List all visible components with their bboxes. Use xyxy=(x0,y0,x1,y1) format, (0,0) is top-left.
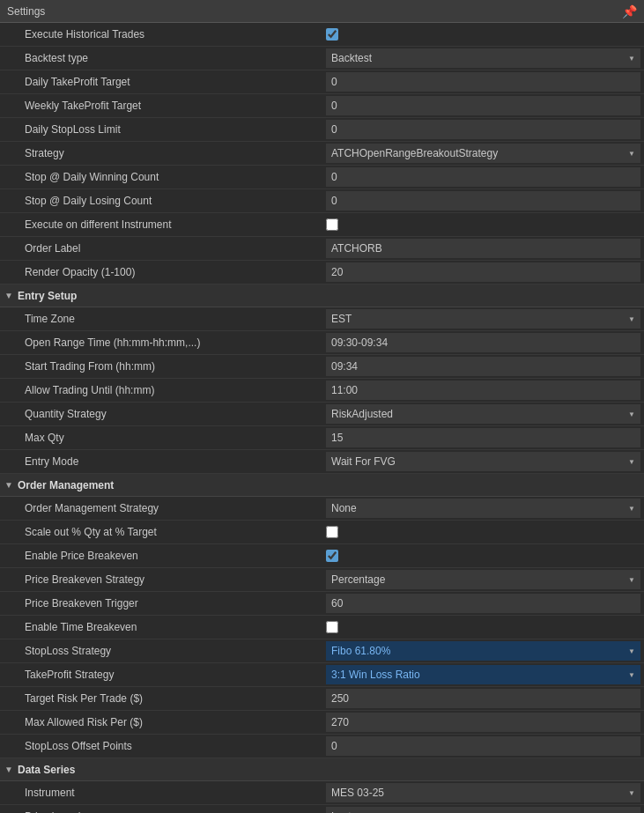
text-input[interactable] xyxy=(326,72,640,92)
row-value-cell xyxy=(326,215,644,234)
section-title: Order Management xyxy=(18,479,114,491)
table-row: Quantity StrategyRiskAdjustedFixed xyxy=(0,403,644,426)
row-value-cell xyxy=(326,239,644,258)
dropdown-wrapper: RiskAdjustedFixed xyxy=(326,404,640,424)
section-arrow: ▼ xyxy=(0,480,18,490)
checkbox-input[interactable] xyxy=(326,526,338,538)
text-input[interactable] xyxy=(326,381,640,400)
row-label: Price Breakeven Trigger xyxy=(0,597,326,610)
table-row: Entry ModeWait For FVGMarket xyxy=(0,450,644,474)
row-value-cell xyxy=(326,381,644,400)
table-row: Price Breakeven Trigger xyxy=(0,592,644,616)
text-input[interactable] xyxy=(326,239,640,258)
table-row: InstrumentMES 03-25ES 03-25 xyxy=(0,781,644,805)
row-label: Order Label xyxy=(0,242,326,255)
dropdown-select[interactable]: Wait For FVGMarket xyxy=(326,452,640,471)
checkbox-wrap xyxy=(326,522,640,542)
dropdown-select[interactable]: BacktestLive xyxy=(326,48,640,68)
dropdown-select[interactable]: PercentageFixed xyxy=(326,570,640,589)
row-value-cell: LastBidAsk xyxy=(326,807,644,813)
row-label: Max Qty xyxy=(0,432,326,444)
table-row: Order Management StrategyNoneCustom xyxy=(0,497,644,521)
row-label: StopLoss Offset Points xyxy=(0,740,326,752)
table-row: Allow Trading Until (hh:mm) xyxy=(0,379,644,403)
dropdown-select[interactable]: RiskAdjustedFixed xyxy=(326,404,640,424)
row-label: Backtest type xyxy=(0,52,326,64)
checkbox-input[interactable] xyxy=(326,218,338,231)
table-row: Price based onLastBidAsk xyxy=(0,805,644,813)
row-label: Target Risk Per Trade ($) xyxy=(0,692,326,705)
dropdown-wrapper: LastBidAsk xyxy=(326,807,640,813)
row-value-cell: RiskAdjustedFixed xyxy=(326,404,644,424)
text-input[interactable] xyxy=(326,120,640,139)
row-label: Allow Trading Until (hh:mm) xyxy=(0,384,326,396)
row-label: Time Zone xyxy=(0,313,326,325)
table-row: Max Allowed Risk Per ($) xyxy=(0,711,644,735)
row-label: Stop @ Daily Winning Count xyxy=(0,171,326,183)
dropdown-select[interactable]: LastBidAsk xyxy=(326,807,640,813)
dropdown-select[interactable]: NoneCustom xyxy=(326,499,640,518)
row-value-cell: ESTCSTPST xyxy=(326,309,644,329)
checkbox-input[interactable] xyxy=(326,550,338,562)
dropdown-select[interactable]: Fibo 61.80%Fixed xyxy=(326,641,640,661)
row-value-cell: MES 03-25ES 03-25 xyxy=(326,783,644,802)
text-input[interactable] xyxy=(326,736,640,756)
section-title: Data Series xyxy=(18,764,75,776)
dropdown-select[interactable]: ESTCSTPST xyxy=(326,309,640,329)
table-row: StopLoss StrategyFibo 61.80%Fixed xyxy=(0,639,644,663)
text-input[interactable] xyxy=(326,594,640,613)
section-header-entry-setup[interactable]: ▼ Entry Setup xyxy=(0,285,644,307)
table-row: Stop @ Daily Losing Count xyxy=(0,189,644,213)
checkbox-wrap xyxy=(326,25,640,44)
checkbox-input[interactable] xyxy=(326,621,338,633)
row-label: StopLoss Strategy xyxy=(0,645,326,657)
checkbox-wrap xyxy=(326,215,640,234)
table-row: StopLoss Offset Points xyxy=(0,735,644,758)
table-row: Render Opacity (1-100) xyxy=(0,261,644,285)
section-header-data-series[interactable]: ▼ Data Series xyxy=(0,758,644,781)
row-label: Max Allowed Risk Per ($) xyxy=(0,716,326,728)
section-header-order-management[interactable]: ▼ Order Management xyxy=(0,474,644,497)
dropdown-wrapper: ATCHOpenRangeBreakoutStrategy xyxy=(326,144,640,163)
row-label: Stop @ Daily Losing Count xyxy=(0,195,326,207)
table-row: StrategyATCHOpenRangeBreakoutStrategy xyxy=(0,142,644,166)
text-input[interactable] xyxy=(326,713,640,732)
dropdown-wrapper: Fibo 61.80%Fixed xyxy=(326,641,640,661)
dropdown-select[interactable]: MES 03-25ES 03-25 xyxy=(326,783,640,802)
table-row: Daily StopLoss Limit xyxy=(0,118,644,142)
row-value-cell xyxy=(326,594,644,613)
text-input[interactable] xyxy=(326,96,640,115)
row-label: Strategy xyxy=(0,147,326,159)
row-value-cell xyxy=(326,546,644,565)
text-input[interactable] xyxy=(326,357,640,376)
text-input[interactable] xyxy=(326,191,640,211)
text-input[interactable] xyxy=(326,167,640,187)
table-row: Scale out % Qty at % Target xyxy=(0,521,644,544)
table-row: Execute on different Instrument xyxy=(0,213,644,237)
text-input[interactable] xyxy=(326,333,640,352)
table-row: Order Label xyxy=(0,237,644,261)
dropdown-wrapper: NoneCustom xyxy=(326,499,640,518)
row-label: Render Opacity (1-100) xyxy=(0,266,326,278)
text-input[interactable] xyxy=(326,428,640,447)
pin-icon[interactable]: 📌 xyxy=(622,4,637,18)
text-input[interactable] xyxy=(326,262,640,282)
row-label: TakeProfit Strategy xyxy=(0,669,326,681)
text-input[interactable] xyxy=(326,689,640,708)
row-value-cell xyxy=(326,262,644,282)
table-row: Start Trading From (hh:mm) xyxy=(0,355,644,379)
row-label: Enable Time Breakeven xyxy=(0,621,326,633)
dropdown-select[interactable]: 3:1 Win Loss RatioFixed xyxy=(326,665,640,684)
checkbox-input[interactable] xyxy=(326,28,338,41)
dropdown-wrapper: Wait For FVGMarket xyxy=(326,452,640,471)
row-value-cell xyxy=(326,191,644,211)
row-value-cell: NoneCustom xyxy=(326,499,644,518)
row-value-cell: Fibo 61.80%Fixed xyxy=(326,641,644,661)
dropdown-select[interactable]: ATCHOpenRangeBreakoutStrategy xyxy=(326,144,640,163)
row-value-cell: Wait For FVGMarket xyxy=(326,452,644,471)
row-label: Execute Historical Trades xyxy=(0,28,326,41)
row-label: Entry Mode xyxy=(0,455,326,468)
dropdown-wrapper: 3:1 Win Loss RatioFixed xyxy=(326,665,640,684)
row-label: Quantity Strategy xyxy=(0,408,326,420)
row-value-cell xyxy=(326,25,644,44)
